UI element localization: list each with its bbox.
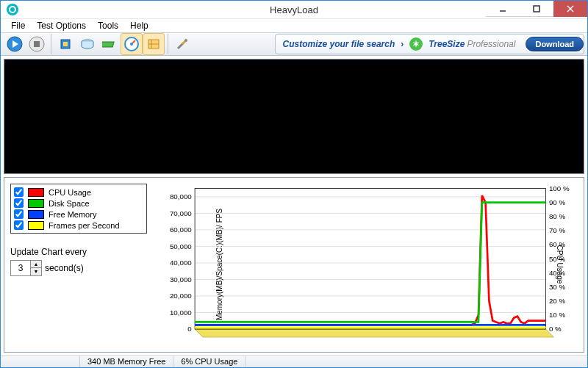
svg-text:20 %: 20 % [549,297,566,305]
right-axis-label: CPU Usage [556,245,564,284]
legend-label: CPU Usage [49,188,91,197]
svg-rect-48 [195,189,545,329]
disk-test-button[interactable] [76,33,98,55]
app-window: HeavyLoad File Test Options Tools Help C… [0,0,588,368]
legend-label: Frames per Second [49,221,120,230]
legend-item: CPU Usage [14,187,143,197]
legend-swatch [28,188,44,197]
titlebar: HeavyLoad [1,1,587,18]
menu-help[interactable]: Help [124,19,154,32]
legend-checkbox[interactable] [14,198,24,208]
svg-text:30 %: 30 % [549,283,566,291]
chevron-right-icon: › [401,39,404,49]
svg-text:10,000: 10,000 [170,309,192,317]
update-unit: second(s) [45,263,84,273]
svg-rect-7 [34,41,40,47]
legend-checkbox[interactable] [14,187,24,197]
left-axis-label: Memory(MB)/Space(C:)(MB)/ FPS [215,209,223,320]
legend-label: Disk Space [49,199,90,208]
legend-swatch [28,221,44,230]
svg-text:20,000: 20,000 [170,292,192,300]
svg-text:70,000: 70,000 [170,209,192,217]
svg-rect-1 [534,6,539,12]
chart-svg: 010,00020,00030,00040,00050,00060,00070,… [147,184,578,345]
chart-controls: CPU UsageDisk SpaceFree MemoryFrames per… [10,184,147,345]
toolbar-divider [168,34,168,54]
svg-text:0: 0 [187,325,192,333]
legend-checkbox[interactable] [14,209,24,219]
settings-button[interactable] [171,33,193,55]
update-interval-input[interactable] [11,261,30,275]
svg-text:70 %: 70 % [549,227,566,235]
promo-tagline: Customize your file search [283,39,395,49]
legend-checkbox[interactable] [14,220,24,230]
memory-test-button[interactable] [98,33,121,55]
spinner-down-icon[interactable]: ▼ [31,268,41,275]
spinner-buttons[interactable]: ▲▼ [30,261,41,275]
promo-bar: Customize your file search › ✶ TreeSize … [275,34,584,54]
status-spacer [1,356,80,368]
svg-point-13 [130,43,133,46]
legend-item: Disk Space [14,198,143,208]
svg-text:40,000: 40,000 [170,259,192,267]
status-memory: 340 MB Memory Free [80,356,173,368]
update-label: Update Chart every [10,247,147,257]
menu-test-options[interactable]: Test Options [31,19,92,32]
svg-text:100 %: 100 % [549,184,570,192]
statusbar: 340 MB Memory Free 6% CPU Usage [1,356,587,368]
legend-item: Frames per Second [14,220,143,230]
legend-label: Free Memory [49,210,96,219]
svg-text:80 %: 80 % [549,213,566,221]
update-interval-group: Update Chart every ▲▼ second(s) [10,247,147,276]
promo-product-bold: TreeSize [429,39,465,49]
tree-test-button[interactable] [143,33,165,55]
svg-marker-47 [195,329,553,337]
minimize-button[interactable] [486,1,520,17]
gpu-test-button[interactable] [121,33,143,55]
render-viewport [4,59,584,174]
download-button[interactable]: Download [526,37,584,51]
app-icon [7,4,18,15]
stop-button[interactable] [26,33,48,55]
spinner-up-icon[interactable]: ▲ [31,261,41,268]
window-title: HeavyLoad [270,4,318,15]
window-controls [486,1,587,18]
chart-canvas: Memory(MB)/Space(C:)(MB)/ FPS 010,00020,… [147,184,578,345]
maximize-button[interactable] [520,1,553,17]
chart-panel: CPU UsageDisk SpaceFree MemoryFrames per… [4,177,584,352]
treesize-icon: ✶ [409,37,423,51]
svg-text:50,000: 50,000 [170,242,192,250]
legend-swatch [28,199,44,208]
close-button[interactable] [553,1,587,17]
menubar: File Test Options Tools Help [1,18,587,32]
svg-text:60,000: 60,000 [170,226,192,234]
play-button[interactable] [4,33,26,55]
update-interval-spinner[interactable]: ▲▼ [10,260,42,276]
toolbar: Customize your file search › ✶ TreeSize … [1,32,587,56]
svg-rect-11 [102,42,114,47]
svg-point-17 [184,39,187,42]
svg-rect-9 [63,42,68,46]
cpu-test-button[interactable] [54,33,76,55]
legend-swatch [28,210,44,219]
svg-text:0 %: 0 % [549,325,562,333]
legend-item: Free Memory [14,209,143,219]
status-cpu: 6% CPU Usage [173,356,245,368]
svg-text:30,000: 30,000 [170,275,192,284]
promo-product-light: Professional [467,39,515,49]
toolbar-divider [51,34,51,54]
svg-text:10 %: 10 % [549,311,566,320]
menu-file[interactable]: File [5,19,31,32]
legend-box: CPU UsageDisk SpaceFree MemoryFrames per… [10,184,147,234]
svg-text:90 %: 90 % [549,198,566,206]
promo-product: TreeSize Professional [429,39,515,49]
menu-tools[interactable]: Tools [92,19,124,32]
svg-text:80,000: 80,000 [170,193,192,201]
